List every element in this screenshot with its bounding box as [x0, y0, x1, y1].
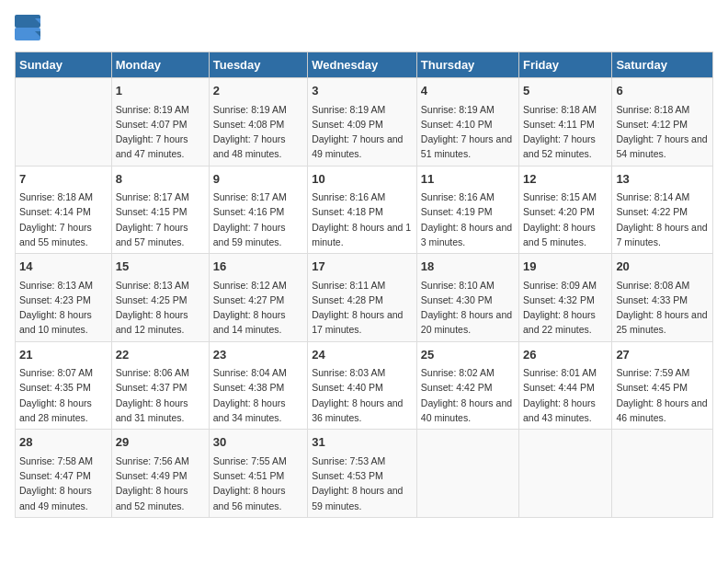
day-info: Sunrise: 8:18 AMSunset: 4:12 PMDaylight:… — [616, 102, 709, 162]
calendar-cell: 27Sunrise: 7:59 AMSunset: 4:45 PMDayligh… — [612, 341, 713, 430]
weekday-header-row: SundayMondayTuesdayWednesdayThursdayFrid… — [16, 52, 713, 78]
calendar-cell: 25Sunrise: 8:02 AMSunset: 4:42 PMDayligh… — [416, 341, 518, 430]
day-info: Sunrise: 8:10 AMSunset: 4:30 PMDaylight:… — [421, 278, 515, 338]
day-info: Sunrise: 7:56 AMSunset: 4:49 PMDaylight:… — [116, 454, 205, 513]
calendar-cell: 24Sunrise: 8:03 AMSunset: 4:40 PMDayligh… — [308, 341, 417, 430]
calendar-cell: 4Sunrise: 8:19 AMSunset: 4:10 PMDaylight… — [416, 78, 518, 167]
day-number: 9 — [213, 170, 303, 189]
day-number: 7 — [19, 170, 108, 189]
day-info: Sunrise: 8:18 AMSunset: 4:11 PMDaylight:… — [523, 102, 608, 162]
day-number: 14 — [19, 258, 108, 276]
day-number: 3 — [312, 82, 413, 100]
day-info: Sunrise: 8:17 AMSunset: 4:15 PMDaylight:… — [116, 190, 205, 249]
day-number: 26 — [523, 346, 608, 364]
calendar-week-row: 1Sunrise: 8:19 AMSunset: 4:07 PMDaylight… — [16, 78, 713, 167]
day-number: 25 — [421, 346, 515, 364]
calendar-cell: 9Sunrise: 8:17 AMSunset: 4:16 PMDaylight… — [209, 166, 307, 254]
day-info: Sunrise: 8:19 AMSunset: 4:08 PMDaylight:… — [213, 102, 303, 162]
day-info: Sunrise: 8:13 AMSunset: 4:25 PMDaylight:… — [116, 278, 205, 338]
day-info: Sunrise: 8:07 AMSunset: 4:35 PMDaylight:… — [19, 365, 108, 425]
calendar-cell: 18Sunrise: 8:10 AMSunset: 4:30 PMDayligh… — [416, 254, 518, 342]
day-info: Sunrise: 8:19 AMSunset: 4:10 PMDaylight:… — [421, 102, 515, 162]
day-info: Sunrise: 7:53 AMSunset: 4:53 PMDaylight:… — [312, 454, 413, 513]
day-number: 17 — [312, 258, 413, 276]
header — [15, 15, 713, 40]
calendar-week-row: 28Sunrise: 7:58 AMSunset: 4:47 PMDayligh… — [16, 430, 713, 518]
day-info: Sunrise: 8:09 AMSunset: 4:32 PMDaylight:… — [523, 278, 608, 338]
day-number: 12 — [523, 170, 608, 189]
svg-rect-0 — [15, 15, 40, 28]
day-info: Sunrise: 8:11 AMSunset: 4:28 PMDaylight:… — [312, 278, 413, 338]
day-number: 31 — [312, 433, 413, 452]
day-number: 8 — [116, 170, 205, 189]
day-number: 22 — [116, 346, 205, 364]
day-number: 29 — [116, 433, 205, 452]
calendar-cell: 12Sunrise: 8:15 AMSunset: 4:20 PMDayligh… — [519, 166, 612, 254]
weekday-header: Monday — [111, 52, 209, 78]
calendar-cell: 13Sunrise: 8:14 AMSunset: 4:22 PMDayligh… — [612, 166, 713, 254]
calendar-cell: 16Sunrise: 8:12 AMSunset: 4:27 PMDayligh… — [209, 254, 307, 342]
weekday-header: Wednesday — [308, 52, 417, 78]
calendar-week-row: 7Sunrise: 8:18 AMSunset: 4:14 PMDaylight… — [16, 166, 713, 254]
calendar-cell: 22Sunrise: 8:06 AMSunset: 4:37 PMDayligh… — [111, 341, 209, 430]
day-info: Sunrise: 8:19 AMSunset: 4:09 PMDaylight:… — [312, 102, 413, 162]
calendar-cell: 23Sunrise: 8:04 AMSunset: 4:38 PMDayligh… — [209, 341, 307, 430]
day-number: 13 — [616, 170, 709, 189]
day-info: Sunrise: 8:12 AMSunset: 4:27 PMDaylight:… — [213, 278, 303, 338]
svg-rect-1 — [15, 28, 40, 40]
day-info: Sunrise: 8:13 AMSunset: 4:23 PMDaylight:… — [19, 278, 108, 338]
day-number: 5 — [523, 82, 608, 100]
calendar-cell: 19Sunrise: 8:09 AMSunset: 4:32 PMDayligh… — [519, 254, 612, 342]
calendar-week-row: 21Sunrise: 8:07 AMSunset: 4:35 PMDayligh… — [16, 341, 713, 430]
calendar-cell: 1Sunrise: 8:19 AMSunset: 4:07 PMDaylight… — [111, 78, 209, 167]
day-number: 23 — [213, 346, 303, 364]
calendar-cell — [612, 430, 713, 518]
calendar-cell — [519, 430, 612, 518]
calendar-cell: 11Sunrise: 8:16 AMSunset: 4:19 PMDayligh… — [416, 166, 518, 254]
calendar-cell: 6Sunrise: 8:18 AMSunset: 4:12 PMDaylight… — [612, 78, 713, 167]
day-info: Sunrise: 8:08 AMSunset: 4:33 PMDaylight:… — [616, 278, 709, 338]
day-number: 15 — [116, 258, 205, 276]
calendar-week-row: 14Sunrise: 8:13 AMSunset: 4:23 PMDayligh… — [16, 254, 713, 342]
day-number: 1 — [116, 82, 205, 100]
weekday-header: Thursday — [416, 52, 518, 78]
day-info: Sunrise: 8:04 AMSunset: 4:38 PMDaylight:… — [213, 365, 303, 425]
logo — [15, 15, 44, 40]
calendar-cell — [16, 78, 112, 167]
weekday-header: Tuesday — [209, 52, 307, 78]
day-info: Sunrise: 8:17 AMSunset: 4:16 PMDaylight:… — [213, 190, 303, 249]
day-number: 6 — [616, 82, 709, 100]
calendar-cell: 21Sunrise: 8:07 AMSunset: 4:35 PMDayligh… — [16, 341, 112, 430]
day-number: 24 — [312, 346, 413, 364]
day-info: Sunrise: 8:18 AMSunset: 4:14 PMDaylight:… — [19, 190, 108, 249]
day-number: 19 — [523, 258, 608, 276]
calendar-cell: 31Sunrise: 7:53 AMSunset: 4:53 PMDayligh… — [308, 430, 417, 518]
day-info: Sunrise: 7:55 AMSunset: 4:51 PMDaylight:… — [213, 454, 303, 513]
calendar-cell: 17Sunrise: 8:11 AMSunset: 4:28 PMDayligh… — [308, 254, 417, 342]
day-info: Sunrise: 8:19 AMSunset: 4:07 PMDaylight:… — [116, 102, 205, 162]
calendar-cell: 28Sunrise: 7:58 AMSunset: 4:47 PMDayligh… — [16, 430, 112, 518]
day-number: 11 — [421, 170, 515, 189]
calendar-cell — [416, 430, 518, 518]
day-info: Sunrise: 8:06 AMSunset: 4:37 PMDaylight:… — [116, 365, 205, 425]
day-number: 18 — [421, 258, 515, 276]
day-number: 27 — [616, 346, 709, 364]
day-info: Sunrise: 8:14 AMSunset: 4:22 PMDaylight:… — [616, 190, 709, 249]
day-number: 16 — [213, 258, 303, 276]
day-info: Sunrise: 8:16 AMSunset: 4:19 PMDaylight:… — [421, 190, 515, 249]
calendar-cell: 8Sunrise: 8:17 AMSunset: 4:15 PMDaylight… — [111, 166, 209, 254]
day-info: Sunrise: 8:15 AMSunset: 4:20 PMDaylight:… — [523, 190, 608, 249]
day-info: Sunrise: 7:59 AMSunset: 4:45 PMDaylight:… — [616, 365, 709, 425]
calendar-cell: 10Sunrise: 8:16 AMSunset: 4:18 PMDayligh… — [308, 166, 417, 254]
day-number: 4 — [421, 82, 515, 100]
day-number: 28 — [19, 433, 108, 452]
calendar-cell: 3Sunrise: 8:19 AMSunset: 4:09 PMDaylight… — [308, 78, 417, 167]
day-number: 2 — [213, 82, 303, 100]
calendar-table: SundayMondayTuesdayWednesdayThursdayFrid… — [15, 52, 713, 518]
calendar-cell: 20Sunrise: 8:08 AMSunset: 4:33 PMDayligh… — [612, 254, 713, 342]
day-number: 10 — [312, 170, 413, 189]
calendar-cell: 14Sunrise: 8:13 AMSunset: 4:23 PMDayligh… — [16, 254, 112, 342]
calendar-cell: 30Sunrise: 7:55 AMSunset: 4:51 PMDayligh… — [209, 430, 307, 518]
day-number: 20 — [616, 258, 709, 276]
day-info: Sunrise: 8:01 AMSunset: 4:44 PMDaylight:… — [523, 365, 608, 425]
